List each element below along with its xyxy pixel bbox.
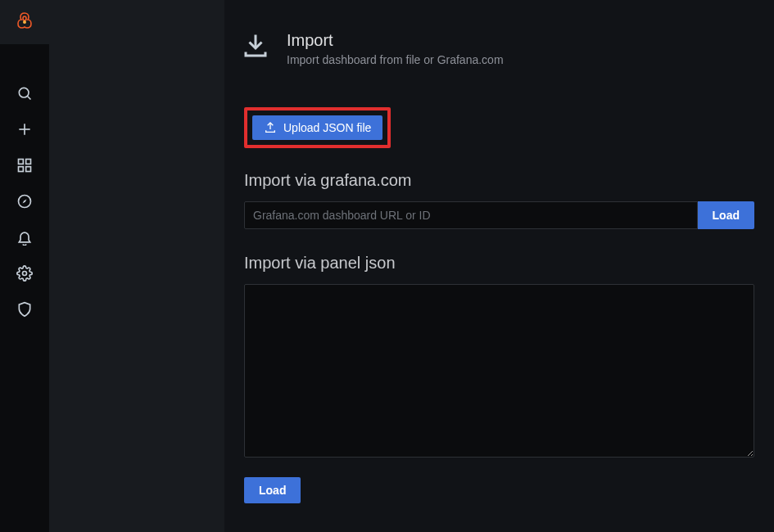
import-panel: Upload JSON file Import via grafana.com … — [224, 91, 774, 520]
alerting-icon[interactable] — [16, 229, 33, 246]
main-area: Import Import dashboard from file or Gra… — [49, 0, 774, 532]
page-subtitle: Import dashboard from file or Grafana.co… — [287, 53, 504, 66]
upload-json-button[interactable]: Upload JSON file — [252, 115, 382, 140]
page-title: Import — [287, 31, 504, 50]
svg-rect-6 — [26, 160, 31, 165]
panel-json-textarea[interactable] — [244, 284, 754, 458]
svg-point-11 — [23, 272, 27, 276]
section-title-grafana: Import via grafana.com — [244, 171, 754, 190]
svg-rect-7 — [19, 167, 24, 172]
page-header: Import Import dashboard from file or Gra… — [224, 0, 774, 66]
sidebar — [0, 0, 49, 532]
svg-rect-5 — [19, 160, 24, 165]
shield-icon[interactable] — [16, 301, 33, 318]
grafana-logo-icon — [15, 11, 34, 33]
search-icon[interactable] — [16, 85, 33, 101]
svg-line-2 — [28, 97, 31, 100]
grafana-url-row: Load — [244, 201, 754, 229]
content-area: Import Import dashboard from file or Gra… — [224, 0, 774, 532]
section-title-json: Import via panel json — [244, 254, 754, 273]
svg-rect-8 — [26, 167, 31, 172]
load-grafana-button[interactable]: Load — [698, 201, 754, 229]
spacer-column — [49, 0, 224, 532]
grafana-logo[interactable] — [0, 0, 49, 44]
svg-marker-10 — [23, 200, 27, 204]
gear-icon[interactable] — [16, 265, 33, 282]
upload-highlight-box: Upload JSON file — [244, 107, 391, 148]
dashboards-icon[interactable] — [16, 157, 33, 174]
svg-point-0 — [23, 20, 26, 24]
upload-icon — [264, 121, 277, 134]
explore-icon[interactable] — [16, 193, 33, 210]
svg-point-1 — [19, 88, 29, 97]
plus-icon[interactable] — [16, 121, 33, 138]
import-icon — [241, 31, 270, 64]
page-header-text: Import Import dashboard from file or Gra… — [287, 31, 504, 66]
grafana-url-input[interactable] — [244, 201, 698, 229]
upload-json-label: Upload JSON file — [283, 121, 371, 134]
load-json-button[interactable]: Load — [244, 477, 301, 503]
sidebar-nav — [16, 85, 33, 318]
